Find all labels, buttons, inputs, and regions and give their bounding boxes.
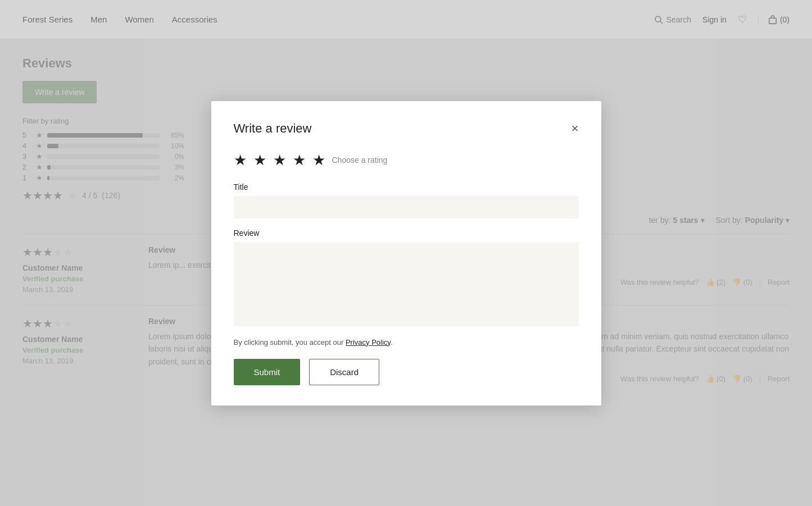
modal-star-rating: ★ ★ ★ ★ ★ Choose a rating bbox=[234, 152, 579, 169]
privacy-policy-link[interactable]: Privacy Policy bbox=[346, 338, 391, 347]
modal-close-button[interactable]: × bbox=[571, 122, 579, 135]
star-3[interactable]: ★ bbox=[273, 152, 286, 169]
review-field-label: Review bbox=[234, 229, 579, 238]
star-1[interactable]: ★ bbox=[234, 152, 247, 169]
modal-title: Write a review bbox=[234, 121, 312, 136]
modal-buttons: Submit Discard bbox=[234, 359, 579, 385]
modal-policy: By clicking submit, you accept our Priva… bbox=[234, 338, 579, 347]
modal-header: Write a review × bbox=[234, 121, 579, 136]
write-review-modal: Write a review × ★ ★ ★ ★ ★ Choose a rati… bbox=[211, 101, 601, 405]
title-field-label: Title bbox=[234, 183, 579, 192]
submit-button[interactable]: Submit bbox=[234, 359, 301, 385]
modal-overlay[interactable]: Write a review × ★ ★ ★ ★ ★ Choose a rati… bbox=[0, 0, 812, 411]
choose-rating-label: Choose a rating bbox=[332, 156, 388, 165]
star-4[interactable]: ★ bbox=[293, 152, 306, 169]
review-textarea[interactable] bbox=[234, 242, 579, 326]
star-5[interactable]: ★ bbox=[312, 152, 325, 169]
discard-button[interactable]: Discard bbox=[309, 359, 379, 385]
title-input[interactable] bbox=[234, 196, 579, 218]
star-2[interactable]: ★ bbox=[253, 152, 266, 169]
